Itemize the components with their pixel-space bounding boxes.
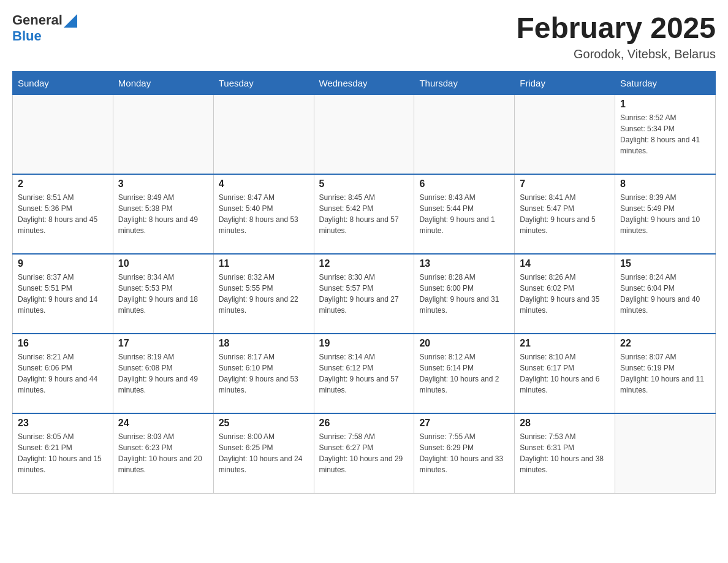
day-number: 9 xyxy=(18,258,108,269)
day-info: Sunrise: 8:34 AMSunset: 5:53 PMDaylight:… xyxy=(118,272,208,316)
calendar-day-cell: 11Sunrise: 8:32 AMSunset: 5:55 PMDayligh… xyxy=(213,254,314,334)
day-number: 8 xyxy=(620,178,710,190)
calendar-day-cell xyxy=(213,94,314,174)
day-number: 4 xyxy=(219,178,309,190)
day-number: 5 xyxy=(319,178,409,190)
calendar-day-cell: 7Sunrise: 8:41 AMSunset: 5:47 PMDaylight… xyxy=(515,174,615,254)
calendar-week-row: 1Sunrise: 8:52 AMSunset: 5:34 PMDaylight… xyxy=(13,94,716,174)
calendar-day-cell: 8Sunrise: 8:39 AMSunset: 5:49 PMDaylight… xyxy=(615,174,716,254)
day-number: 19 xyxy=(319,338,409,349)
calendar-day-cell: 5Sunrise: 8:45 AMSunset: 5:42 PMDaylight… xyxy=(314,174,414,254)
calendar-day-cell: 14Sunrise: 8:26 AMSunset: 6:02 PMDayligh… xyxy=(515,254,615,334)
day-info: Sunrise: 8:17 AMSunset: 6:10 PMDaylight:… xyxy=(219,351,309,396)
calendar-day-cell: 20Sunrise: 8:12 AMSunset: 6:14 PMDayligh… xyxy=(414,334,515,413)
day-number: 22 xyxy=(620,338,710,349)
logo-blue-text: Blue xyxy=(12,28,42,44)
calendar-week-row: 9Sunrise: 8:37 AMSunset: 5:51 PMDaylight… xyxy=(13,254,716,334)
calendar-day-cell: 18Sunrise: 8:17 AMSunset: 6:10 PMDayligh… xyxy=(213,334,314,413)
day-number: 1 xyxy=(620,99,710,110)
calendar-week-row: 2Sunrise: 8:51 AMSunset: 5:36 PMDaylight… xyxy=(13,174,716,254)
day-number: 25 xyxy=(219,418,309,429)
day-info: Sunrise: 8:21 AMSunset: 6:06 PMDaylight:… xyxy=(18,351,108,396)
calendar-day-cell: 3Sunrise: 8:49 AMSunset: 5:38 PMDaylight… xyxy=(113,174,213,254)
day-number: 18 xyxy=(219,338,309,349)
weekday-header-friday: Friday xyxy=(515,71,615,94)
day-number: 3 xyxy=(118,178,208,190)
day-number: 13 xyxy=(419,258,509,269)
day-number: 15 xyxy=(620,258,710,269)
calendar-day-cell: 24Sunrise: 8:03 AMSunset: 6:23 PMDayligh… xyxy=(113,413,213,493)
day-info: Sunrise: 8:41 AMSunset: 5:47 PMDaylight:… xyxy=(520,192,610,236)
calendar-day-cell: 2Sunrise: 8:51 AMSunset: 5:36 PMDaylight… xyxy=(13,174,113,254)
weekday-header-wednesday: Wednesday xyxy=(314,71,414,94)
day-info: Sunrise: 8:07 AMSunset: 6:19 PMDaylight:… xyxy=(620,351,710,396)
day-info: Sunrise: 8:47 AMSunset: 5:40 PMDaylight:… xyxy=(219,192,309,236)
day-number: 26 xyxy=(319,418,409,429)
day-info: Sunrise: 8:14 AMSunset: 6:12 PMDaylight:… xyxy=(319,351,409,396)
calendar-title-area: February 2025 Gorodok, Vitebsk, Belarus xyxy=(516,12,716,61)
day-number: 6 xyxy=(419,178,509,190)
calendar-day-cell: 1Sunrise: 8:52 AMSunset: 5:34 PMDaylight… xyxy=(615,94,716,174)
calendar-subtitle: Gorodok, Vitebsk, Belarus xyxy=(516,47,716,61)
day-info: Sunrise: 7:55 AMSunset: 6:29 PMDaylight:… xyxy=(419,431,509,475)
day-info: Sunrise: 8:10 AMSunset: 6:17 PMDaylight:… xyxy=(520,351,610,396)
day-info: Sunrise: 8:45 AMSunset: 5:42 PMDaylight:… xyxy=(319,192,409,236)
day-number: 16 xyxy=(18,338,108,349)
calendar-week-row: 16Sunrise: 8:21 AMSunset: 6:06 PMDayligh… xyxy=(13,334,716,413)
weekday-header-sunday: Sunday xyxy=(13,71,113,94)
logo-triangle-icon xyxy=(64,14,77,28)
calendar-day-cell: 27Sunrise: 7:55 AMSunset: 6:29 PMDayligh… xyxy=(414,413,515,493)
calendar-title: February 2025 xyxy=(516,12,716,45)
day-number: 14 xyxy=(520,258,610,269)
calendar-day-cell: 26Sunrise: 7:58 AMSunset: 6:27 PMDayligh… xyxy=(314,413,414,493)
logo-general-text: General xyxy=(12,12,63,28)
calendar-day-cell: 28Sunrise: 7:53 AMSunset: 6:31 PMDayligh… xyxy=(515,413,615,493)
day-number: 23 xyxy=(18,418,108,429)
day-info: Sunrise: 8:03 AMSunset: 6:23 PMDaylight:… xyxy=(118,431,208,475)
day-number: 10 xyxy=(118,258,208,269)
calendar-day-cell xyxy=(314,94,414,174)
weekday-header-row: SundayMondayTuesdayWednesdayThursdayFrid… xyxy=(13,71,716,94)
logo: General Blue xyxy=(12,12,77,44)
day-info: Sunrise: 8:24 AMSunset: 6:04 PMDaylight:… xyxy=(620,272,710,316)
calendar-day-cell: 17Sunrise: 8:19 AMSunset: 6:08 PMDayligh… xyxy=(113,334,213,413)
calendar-day-cell: 19Sunrise: 8:14 AMSunset: 6:12 PMDayligh… xyxy=(314,334,414,413)
day-info: Sunrise: 8:19 AMSunset: 6:08 PMDaylight:… xyxy=(118,351,208,396)
svg-marker-0 xyxy=(64,14,77,28)
calendar-week-row: 23Sunrise: 8:05 AMSunset: 6:21 PMDayligh… xyxy=(13,413,716,493)
day-number: 27 xyxy=(419,418,509,429)
day-info: Sunrise: 8:39 AMSunset: 5:49 PMDaylight:… xyxy=(620,192,710,236)
day-number: 2 xyxy=(18,178,108,190)
day-info: Sunrise: 8:26 AMSunset: 6:02 PMDaylight:… xyxy=(520,272,610,316)
calendar-day-cell: 10Sunrise: 8:34 AMSunset: 5:53 PMDayligh… xyxy=(113,254,213,334)
day-number: 12 xyxy=(319,258,409,269)
day-info: Sunrise: 8:43 AMSunset: 5:44 PMDaylight:… xyxy=(419,192,509,236)
day-number: 28 xyxy=(520,418,610,429)
day-info: Sunrise: 8:30 AMSunset: 5:57 PMDaylight:… xyxy=(319,272,409,316)
calendar-day-cell: 4Sunrise: 8:47 AMSunset: 5:40 PMDaylight… xyxy=(213,174,314,254)
day-info: Sunrise: 7:53 AMSunset: 6:31 PMDaylight:… xyxy=(520,431,610,475)
day-info: Sunrise: 8:00 AMSunset: 6:25 PMDaylight:… xyxy=(219,431,309,475)
calendar-day-cell: 16Sunrise: 8:21 AMSunset: 6:06 PMDayligh… xyxy=(13,334,113,413)
day-info: Sunrise: 8:37 AMSunset: 5:51 PMDaylight:… xyxy=(18,272,108,316)
calendar-day-cell xyxy=(13,94,113,174)
day-info: Sunrise: 8:28 AMSunset: 6:00 PMDaylight:… xyxy=(419,272,509,316)
calendar-day-cell xyxy=(113,94,213,174)
day-number: 17 xyxy=(118,338,208,349)
page-header: General Blue February 2025 Gorodok, Vite… xyxy=(12,12,716,61)
weekday-header-thursday: Thursday xyxy=(414,71,515,94)
calendar-day-cell: 25Sunrise: 8:00 AMSunset: 6:25 PMDayligh… xyxy=(213,413,314,493)
calendar-day-cell: 9Sunrise: 8:37 AMSunset: 5:51 PMDaylight… xyxy=(13,254,113,334)
day-info: Sunrise: 8:49 AMSunset: 5:38 PMDaylight:… xyxy=(118,192,208,236)
day-number: 7 xyxy=(520,178,610,190)
weekday-header-saturday: Saturday xyxy=(615,71,716,94)
calendar-day-cell: 15Sunrise: 8:24 AMSunset: 6:04 PMDayligh… xyxy=(615,254,716,334)
day-number: 11 xyxy=(219,258,309,269)
day-info: Sunrise: 8:52 AMSunset: 5:34 PMDaylight:… xyxy=(620,112,710,156)
weekday-header-monday: Monday xyxy=(113,71,213,94)
calendar-day-cell xyxy=(515,94,615,174)
calendar-day-cell: 13Sunrise: 8:28 AMSunset: 6:00 PMDayligh… xyxy=(414,254,515,334)
day-number: 20 xyxy=(419,338,509,349)
day-number: 21 xyxy=(520,338,610,349)
calendar-day-cell xyxy=(414,94,515,174)
